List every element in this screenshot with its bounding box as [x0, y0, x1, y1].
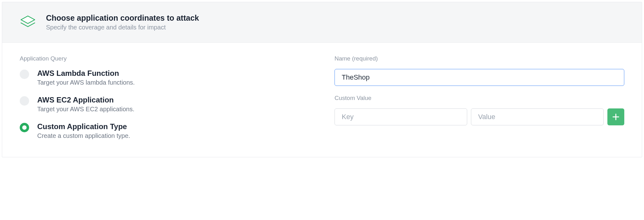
radio-option-aws-ec2[interactable]: AWS EC2 Application Target your AWS EC2 … [20, 96, 309, 113]
card-body: Application Query AWS Lambda Function Ta… [2, 43, 642, 157]
radio-desc: Target your AWS EC2 applications. [37, 106, 135, 113]
radio-title: Custom Application Type [37, 122, 130, 131]
radio-indicator-selected [20, 123, 29, 132]
radio-content: Custom Application Type Create a custom … [37, 122, 130, 139]
add-button[interactable] [607, 108, 624, 125]
application-coordinates-card: Choose application coordinates to attack… [2, 2, 642, 157]
card-header: Choose application coordinates to attack… [2, 2, 642, 43]
plus-icon [612, 113, 620, 121]
radio-desc: Create a custom application type. [37, 132, 130, 139]
name-input[interactable] [335, 69, 624, 86]
radio-desc: Target your AWS lambda functions. [37, 79, 135, 86]
application-query-section: Application Query AWS Lambda Function Ta… [20, 55, 309, 139]
radio-content: AWS EC2 Application Target your AWS EC2 … [37, 96, 135, 113]
layers-icon [20, 14, 36, 30]
radio-title: AWS EC2 Application [37, 96, 135, 104]
radio-content: AWS Lambda Function Target your AWS lamb… [37, 69, 135, 86]
custom-value-label: Custom Value [335, 95, 624, 102]
key-value-row [335, 108, 624, 125]
header-subtitle: Specify the coverage and details for imp… [46, 24, 199, 31]
value-input[interactable] [471, 108, 604, 125]
radio-option-aws-lambda[interactable]: AWS Lambda Function Target your AWS lamb… [20, 69, 309, 86]
radio-title: AWS Lambda Function [37, 69, 135, 78]
details-section: Name (required) Custom Value [335, 55, 624, 139]
radio-indicator [20, 70, 29, 79]
header-title: Choose application coordinates to attack [46, 13, 199, 23]
name-field-group: Name (required) [335, 55, 624, 86]
radio-option-custom-type[interactable]: Custom Application Type Create a custom … [20, 122, 309, 139]
custom-value-field-group: Custom Value [335, 95, 624, 125]
header-text: Choose application coordinates to attack… [46, 13, 199, 31]
key-input[interactable] [335, 108, 467, 125]
radio-indicator [20, 96, 29, 106]
application-query-label: Application Query [20, 55, 309, 62]
name-label: Name (required) [335, 55, 624, 62]
